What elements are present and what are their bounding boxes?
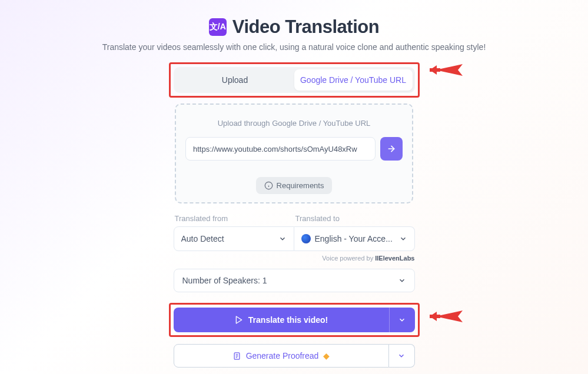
voice-credit: Voice powered by IIElevenLabs xyxy=(174,255,415,262)
translated-to-label: Translated to xyxy=(294,214,415,223)
chevron-down-icon xyxy=(399,235,407,243)
upload-panel: Upload through Google Drive / YouTube UR… xyxy=(175,103,413,203)
generate-proofread-button[interactable]: Generate Proofread ◆ xyxy=(174,344,389,368)
translated-to-value: English - Your Acce... xyxy=(315,234,393,243)
globe-icon xyxy=(301,234,311,243)
tab-url[interactable]: Google Drive / YouTube URL xyxy=(294,69,413,91)
chevron-down-icon xyxy=(397,352,406,360)
translated-from-label: Translated from xyxy=(174,214,294,223)
tabs-highlight-box: Upload Google Drive / YouTube URL xyxy=(169,62,420,98)
translate-button[interactable]: Translate this video! xyxy=(174,308,389,332)
translate-dropdown-button[interactable] xyxy=(389,308,415,332)
chevron-down-icon xyxy=(398,276,406,285)
tab-upload[interactable]: Upload xyxy=(176,69,294,91)
info-icon xyxy=(264,181,273,190)
svg-marker-8 xyxy=(430,312,437,321)
requirements-label: Requirements xyxy=(277,181,324,190)
speakers-value: Number of Speakers: 1 xyxy=(182,276,267,285)
svg-marker-1 xyxy=(430,65,437,75)
gem-icon: ◆ xyxy=(323,351,330,360)
play-send-icon xyxy=(234,315,244,325)
upload-caption: Upload through Google Drive / YouTube UR… xyxy=(185,119,403,128)
generate-proofread-dropdown-button[interactable] xyxy=(389,344,415,368)
chevron-down-icon xyxy=(278,235,287,243)
translate-button-label: Translate this video! xyxy=(248,315,328,325)
submit-url-button[interactable] xyxy=(380,137,403,161)
page-title: Video Translation xyxy=(232,16,379,38)
speakers-select[interactable]: Number of Speakers: 1 xyxy=(174,269,415,292)
annotation-arrow-icon xyxy=(428,307,465,327)
url-input[interactable] xyxy=(185,137,376,161)
translated-from-select[interactable]: Auto Detect xyxy=(174,226,294,251)
page-subtitle: Translate your videos seamlessly with on… xyxy=(102,42,486,52)
document-icon xyxy=(232,352,241,360)
chevron-down-icon xyxy=(398,316,406,324)
generate-proofread-label: Generate Proofread xyxy=(246,351,319,360)
primary-highlight-box: Translate this video! xyxy=(169,303,420,337)
svg-marker-6 xyxy=(236,316,241,323)
source-tabs: Upload Google Drive / YouTube URL xyxy=(174,67,415,93)
translated-from-value: Auto Detect xyxy=(181,234,224,243)
annotation-arrow-icon xyxy=(428,61,465,81)
translate-logo-icon: 文/A xyxy=(209,18,227,36)
arrow-right-icon xyxy=(387,144,396,153)
requirements-button[interactable]: Requirements xyxy=(256,177,333,194)
header: 文/A Video Translation Translate your vid… xyxy=(102,16,486,52)
translated-to-select[interactable]: English - Your Acce... xyxy=(294,226,415,251)
